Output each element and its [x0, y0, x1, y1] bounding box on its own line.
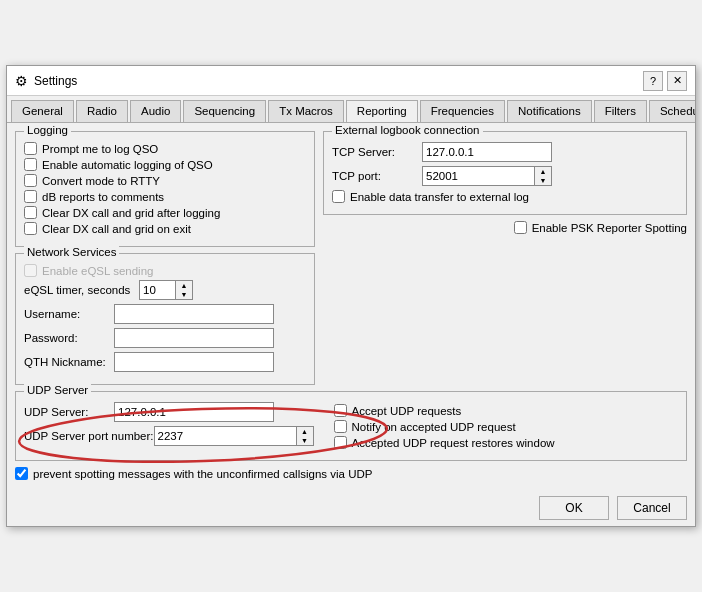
clear-dx-after-label: Clear DX call and grid after logging	[42, 207, 220, 219]
udp-server-title: UDP Server	[24, 384, 91, 396]
tab-frequencies[interactable]: Frequencies	[420, 100, 505, 122]
logging-group: Logging Prompt me to log QSO Enable auto…	[15, 131, 315, 247]
network-services-group: Network Services Enable eQSL sending eQS…	[15, 253, 315, 385]
tabs-row: General Radio Audio Sequencing Tx Macros…	[7, 96, 695, 123]
clear-dx-after-checkbox[interactable]	[24, 206, 37, 219]
logging-checkbox-5: Clear DX call and grid on exit	[24, 222, 306, 235]
restore-window-row: Accepted UDP request restores window	[334, 436, 555, 449]
external-logbook-inner: TCP Server: TCP port: ▲ ▼	[332, 142, 678, 203]
cancel-button[interactable]: Cancel	[617, 496, 687, 520]
udp-server-input[interactable]	[114, 402, 274, 422]
tab-filters[interactable]: Filters	[594, 100, 647, 122]
logging-checkbox-2: Convert mode to RTTY	[24, 174, 306, 187]
top-row: Logging Prompt me to log QSO Enable auto…	[15, 131, 687, 391]
help-button[interactable]: ?	[643, 71, 663, 91]
auto-log-qso-checkbox[interactable]	[24, 158, 37, 171]
db-reports-checkbox[interactable]	[24, 190, 37, 203]
tab-reporting[interactable]: Reporting	[346, 100, 418, 123]
prompt-log-qso-label: Prompt me to log QSO	[42, 143, 158, 155]
main-content: Logging Prompt me to log QSO Enable auto…	[7, 123, 695, 488]
udp-port-up[interactable]: ▲	[297, 427, 313, 436]
tcp-port-label: TCP port:	[332, 170, 422, 182]
tab-general[interactable]: General	[11, 100, 74, 122]
prevent-spotting-checkbox[interactable]	[15, 467, 28, 480]
logging-checkboxes: Prompt me to log QSO Enable automatic lo…	[24, 142, 306, 235]
bottom-buttons: OK Cancel	[7, 488, 695, 526]
network-services-title: Network Services	[24, 246, 119, 258]
notify-udp-row: Notify on accepted UDP request	[334, 420, 555, 433]
title-bar: ⚙ Settings ? ✕	[7, 66, 695, 96]
tcp-server-label: TCP Server:	[332, 146, 422, 158]
tab-sequencing[interactable]: Sequencing	[183, 100, 266, 122]
tab-tx-macros[interactable]: Tx Macros	[268, 100, 344, 122]
notify-udp-checkbox[interactable]	[334, 420, 347, 433]
eqsl-timer-label: eQSL timer, seconds	[24, 284, 134, 296]
udp-port-row: UDP Server port number: ▲ ▼	[24, 426, 314, 446]
accept-udp-checkbox[interactable]	[334, 404, 347, 417]
network-services-inner: Enable eQSL sending eQSL timer, seconds …	[24, 264, 306, 372]
tcp-server-row: TCP Server:	[332, 142, 678, 162]
username-input[interactable]	[114, 304, 274, 324]
enable-eqsl-label: Enable eQSL sending	[42, 265, 153, 277]
password-label: Password:	[24, 332, 114, 344]
tab-notifications[interactable]: Notifications	[507, 100, 592, 122]
logging-checkbox-4: Clear DX call and grid after logging	[24, 206, 306, 219]
eqsl-timer-up[interactable]: ▲	[176, 281, 192, 290]
restore-window-checkbox[interactable]	[334, 436, 347, 449]
username-label: Username:	[24, 308, 114, 320]
udp-server-group: UDP Server UDP Server: UDP Server port n…	[15, 391, 687, 461]
logging-checkbox-3: dB reports to comments	[24, 190, 306, 203]
logging-checkbox-0: Prompt me to log QSO	[24, 142, 306, 155]
settings-window: ⚙ Settings ? ✕ General Radio Audio Seque…	[6, 65, 696, 527]
convert-rtty-checkbox[interactable]	[24, 174, 37, 187]
password-input[interactable]	[114, 328, 274, 348]
tab-audio[interactable]: Audio	[130, 100, 181, 122]
enable-transfer-row: Enable data transfer to external log	[332, 190, 678, 203]
udp-port-label: UDP Server port number:	[24, 430, 154, 442]
logging-checkbox-1: Enable automatic logging of QSO	[24, 158, 306, 171]
eqsl-timer-input[interactable]	[139, 280, 175, 300]
eqsl-timer-spinner-btns: ▲ ▼	[175, 280, 193, 300]
eqsl-timer-down[interactable]: ▼	[176, 290, 192, 299]
external-logbook-group: External logbook connection TCP Server: …	[323, 131, 687, 215]
psk-reporter-checkbox[interactable]	[514, 221, 527, 234]
close-button[interactable]: ✕	[667, 71, 687, 91]
eqsl-timer-spinner: ▲ ▼	[139, 280, 193, 300]
accept-udp-label: Accept UDP requests	[352, 405, 462, 417]
udp-server-label: UDP Server:	[24, 406, 114, 418]
qth-row: QTH Nickname:	[24, 352, 306, 372]
clear-dx-exit-label: Clear DX call and grid on exit	[42, 223, 191, 235]
qth-input[interactable]	[114, 352, 274, 372]
notify-udp-label: Notify on accepted UDP request	[352, 421, 516, 433]
external-logbook-title: External logbook connection	[332, 124, 483, 136]
udp-inner: UDP Server: UDP Server port number: ▲ ▼	[24, 402, 678, 452]
tcp-port-spinner-btns: ▲ ▼	[534, 166, 552, 186]
udp-port-input[interactable]	[154, 426, 296, 446]
tcp-port-input[interactable]	[422, 166, 534, 186]
udp-port-down[interactable]: ▼	[297, 436, 313, 445]
tab-schedule[interactable]: Schedu…	[649, 100, 695, 122]
enable-transfer-label: Enable data transfer to external log	[350, 191, 529, 203]
psk-reporter-row: Enable PSK Reporter Spotting	[323, 221, 687, 234]
clear-dx-exit-checkbox[interactable]	[24, 222, 37, 235]
restore-window-label: Accepted UDP request restores window	[352, 437, 555, 449]
psk-reporter-label: Enable PSK Reporter Spotting	[532, 222, 687, 234]
enable-eqsl-checkbox[interactable]	[24, 264, 37, 277]
tab-radio[interactable]: Radio	[76, 100, 128, 122]
tcp-port-down[interactable]: ▼	[535, 176, 551, 185]
udp-section: UDP Server UDP Server: UDP Server port n…	[15, 391, 687, 461]
enable-transfer-checkbox[interactable]	[332, 190, 345, 203]
right-panel: External logbook connection TCP Server: …	[323, 131, 687, 391]
prevent-row: prevent spotting messages with the uncon…	[15, 467, 687, 480]
tcp-port-spinner: ▲ ▼	[422, 166, 552, 186]
tcp-server-input[interactable]	[422, 142, 552, 162]
prompt-log-qso-checkbox[interactable]	[24, 142, 37, 155]
title-bar-left: ⚙ Settings	[15, 73, 77, 89]
title-bar-controls: ? ✕	[643, 71, 687, 91]
prevent-spotting-label: prevent spotting messages with the uncon…	[33, 468, 372, 480]
tcp-port-up[interactable]: ▲	[535, 167, 551, 176]
udp-server-row: UDP Server:	[24, 402, 314, 422]
window-title: Settings	[34, 74, 77, 88]
udp-fields: UDP Server: UDP Server port number: ▲ ▼	[24, 402, 314, 450]
ok-button[interactable]: OK	[539, 496, 609, 520]
